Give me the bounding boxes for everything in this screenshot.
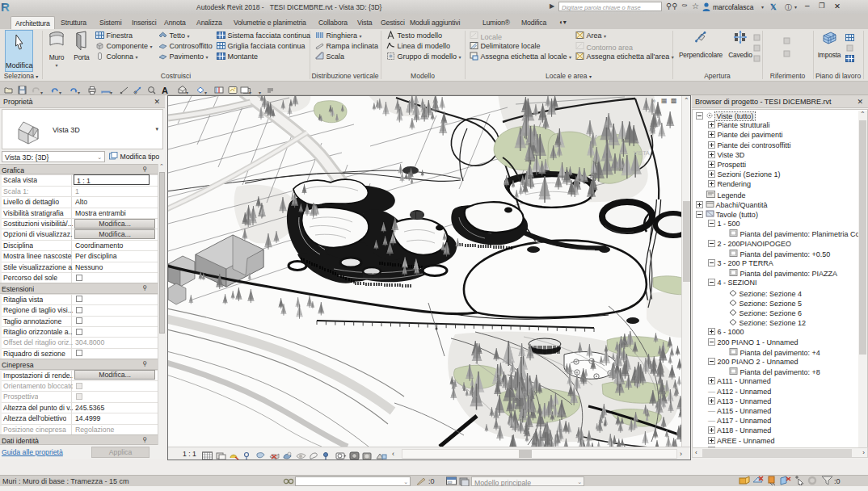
- svg-text:R: R: [1, 1, 10, 14]
- svg-text:VISTA: VISTA: [634, 150, 650, 156]
- svg-text:A: A: [162, 86, 168, 94]
